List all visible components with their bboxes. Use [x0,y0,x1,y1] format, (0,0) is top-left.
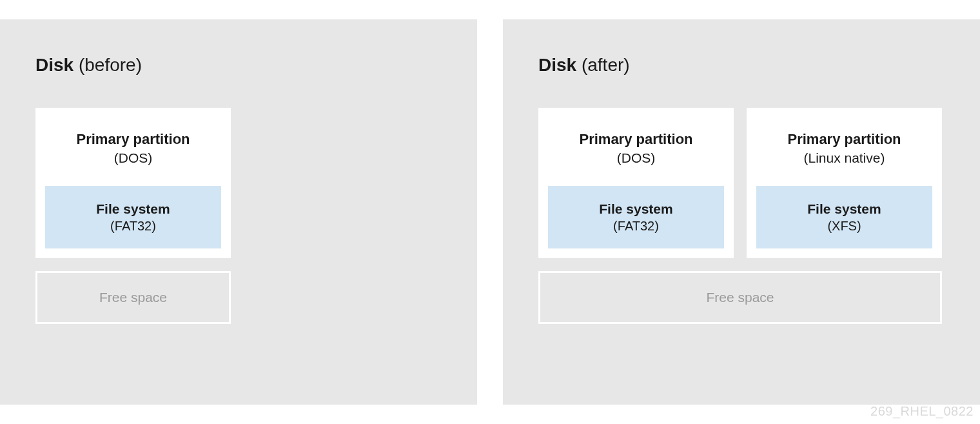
disk-after-title-qualifier: (after) [576,55,629,75]
disk-before-title-bold: Disk [35,55,74,75]
after-filesystem-xfs-subtitle: (XFS) [763,217,926,234]
after-filesystem-xfs: File system (XFS) [756,186,932,248]
disk-before-title: Disk (before) [35,55,442,76]
after-partition-dos-subtitle: (DOS) [579,149,692,167]
before-filesystem-fat32-subtitle: (FAT32) [52,217,215,234]
before-filesystem-fat32-title: File system [52,200,215,217]
disk-after-panel: Disk (after) Primary partition (DOS) Fil… [503,19,980,405]
after-partitions-row: Primary partition (DOS) File system (FAT… [538,108,945,258]
before-free-space-label: Free space [44,290,222,305]
after-filesystem-fat32: File system (FAT32) [548,186,724,248]
after-free-space-label: Free space [547,290,934,305]
after-partition-linux-subtitle: (Linux native) [787,149,901,167]
after-partition-dos-header: Primary partition (DOS) [579,130,692,167]
after-partition-dos: Primary partition (DOS) File system (FAT… [538,108,734,258]
after-partition-linux: Primary partition (Linux native) File sy… [747,108,942,258]
disk-before-title-qualifier: (before) [74,55,142,75]
before-partitions-row: Primary partition (DOS) File system (FAT… [35,108,442,258]
disk-after-title: Disk (after) [538,55,945,76]
before-filesystem-fat32: File system (FAT32) [45,186,221,248]
disk-before-panel: Disk (before) Primary partition (DOS) Fi… [0,19,477,405]
before-partition-dos-subtitle: (DOS) [76,149,190,167]
disk-after-title-bold: Disk [538,55,576,75]
after-filesystem-fat32-subtitle: (FAT32) [554,217,718,234]
after-filesystem-fat32-title: File system [554,200,718,217]
after-partition-dos-title: Primary partition [579,130,692,149]
before-partition-dos-header: Primary partition (DOS) [76,130,190,167]
after-filesystem-xfs-title: File system [763,200,926,217]
before-free-space: Free space [35,271,231,324]
before-partition-dos: Primary partition (DOS) File system (FAT… [35,108,231,258]
watermark: 269_RHEL_0822 [870,404,974,419]
after-free-space: Free space [538,271,942,324]
after-partition-linux-header: Primary partition (Linux native) [787,130,901,167]
before-partition-dos-title: Primary partition [76,130,190,149]
after-partition-linux-title: Primary partition [787,130,901,149]
